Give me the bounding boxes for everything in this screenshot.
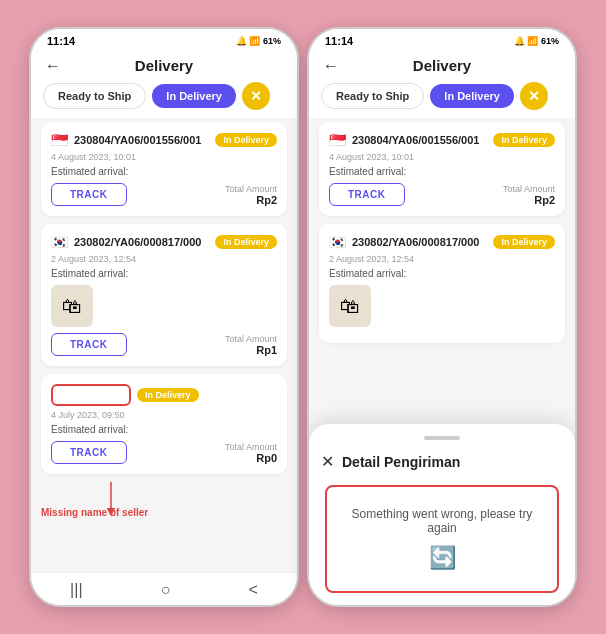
- total-label-1-r: Total Amount: [503, 184, 555, 194]
- flag-icon-1: 🇸🇬: [51, 132, 68, 148]
- order-header-2-r: 🇰🇷 230802/YA06/000817/000 In Delivery: [329, 234, 555, 250]
- error-text: Something went wrong, please try again: [347, 507, 537, 535]
- scroll-area-left[interactable]: 🇸🇬 230804/YA06/001556/001 In Delivery 4 …: [31, 118, 297, 574]
- total-label-1: Total Amount: [225, 184, 277, 194]
- order-footer-1-r: TRACK Total Amount Rp2: [329, 183, 555, 206]
- order-card-2-right: 🇰🇷 230802/YA06/000817/000 In Delivery 2 …: [319, 224, 565, 343]
- order-date-2: 2 August 2023, 12:54: [51, 254, 277, 264]
- detail-title: Detail Pengiriman: [342, 454, 460, 470]
- track-button-1-r[interactable]: TRACK: [329, 183, 405, 206]
- tab-ready-left[interactable]: Ready to Ship: [43, 83, 146, 109]
- estimated-label-1: Estimated arrival:: [51, 166, 277, 177]
- status-badge-2-r: In Delivery: [493, 235, 555, 249]
- nav-bottom-left: ||| ○ <: [31, 572, 297, 605]
- product-thumbnail-2: 🛍: [51, 285, 93, 327]
- track-button-3[interactable]: TRACK: [51, 441, 127, 464]
- page-title-right: Delivery: [413, 57, 471, 74]
- status-badge-1: In Delivery: [215, 133, 277, 147]
- order-date-2-r: 2 August 2023, 12:54: [329, 254, 555, 264]
- estimated-label-3: Estimated arrival:: [51, 424, 277, 435]
- total-value-3: Rp0: [225, 452, 277, 464]
- flag-icon-1-r: 🇸🇬: [329, 132, 346, 148]
- order-id-1: 230804/YA06/001556/001: [74, 134, 209, 146]
- estimated-label-2: Estimated arrival:: [51, 268, 277, 279]
- order-header-1-r: 🇸🇬 230804/YA06/001556/001 In Delivery: [329, 132, 555, 148]
- nav-header-right: ← Delivery: [309, 51, 575, 82]
- signal-icons-right: 🔔 📶 61%: [514, 36, 559, 46]
- page-title-left: Delivery: [135, 57, 193, 74]
- tab-delivery-right[interactable]: In Delivery: [430, 84, 514, 108]
- time-right: 11:14: [325, 35, 353, 47]
- tab-ready-right[interactable]: Ready to Ship: [321, 83, 424, 109]
- order-id-1-r: 230804/YA06/001556/001: [352, 134, 487, 146]
- status-badge-1-r: In Delivery: [493, 133, 555, 147]
- phone-right: 11:14 🔔 📶 61% ← Delivery Ready to Ship I…: [307, 27, 577, 607]
- estimated-label-1-r: Estimated arrival:: [329, 166, 555, 177]
- order-footer-1: TRACK Total Amount Rp2: [51, 183, 277, 206]
- status-badge-2: In Delivery: [215, 235, 277, 249]
- order-header-3: In Delivery: [51, 384, 277, 406]
- order-header-1: 🇸🇬 230804/YA06/001556/001 In Delivery: [51, 132, 277, 148]
- order-date-1-r: 4 August 2023, 10:01: [329, 152, 555, 162]
- tab-close-left[interactable]: ✕: [242, 82, 270, 110]
- time-left: 11:14: [47, 35, 75, 47]
- total-label-3: Total Amount: [225, 442, 277, 452]
- detail-close-button[interactable]: ✕: [321, 452, 334, 471]
- annotation-text: Missing name of seller: [41, 507, 148, 518]
- back-button-right[interactable]: ←: [323, 57, 339, 75]
- order-header-2: 🇰🇷 230802/YA06/000817/000 In Delivery: [51, 234, 277, 250]
- total-value-1-r: Rp2: [503, 194, 555, 206]
- status-icons-right: 🔔 📶 61%: [514, 36, 559, 46]
- missing-seller-box: [51, 384, 131, 406]
- detail-header: ✕ Detail Pengiriman: [321, 452, 563, 471]
- order-id-2: 230802/YA06/000817/000: [74, 236, 209, 248]
- refresh-icon[interactable]: 🔄: [429, 545, 456, 571]
- order-card-1-left: 🇸🇬 230804/YA06/001556/001 In Delivery 4 …: [41, 122, 287, 216]
- error-box: Something went wrong, please try again 🔄: [325, 485, 559, 593]
- total-value-1: Rp2: [225, 194, 277, 206]
- signal-icons-left: 🔔 📶 61%: [236, 36, 281, 46]
- status-bar-left: 11:14 🔔 📶 61%: [31, 29, 297, 51]
- total-amount-1: Total Amount Rp2: [225, 184, 277, 206]
- status-icons-left: 🔔 📶 61%: [236, 36, 281, 46]
- order-date-3: 4 July 2023, 09:50: [51, 410, 277, 420]
- nav-header-left: ← Delivery: [31, 51, 297, 82]
- order-card-2-left: 🇰🇷 230802/YA06/000817/000 In Delivery 2 …: [41, 224, 287, 366]
- back-button-left[interactable]: ←: [45, 57, 61, 75]
- detail-overlay: ✕ Detail Pengiriman Something went wrong…: [309, 424, 575, 605]
- phones-container: 11:14 🔔 📶 61% ← Delivery Ready to Ship I…: [29, 27, 577, 607]
- order-id-2-r: 230802/YA06/000817/000: [352, 236, 487, 248]
- track-button-1[interactable]: TRACK: [51, 183, 127, 206]
- flag-icon-2-r: 🇰🇷: [329, 234, 346, 250]
- total-amount-3: Total Amount Rp0: [225, 442, 277, 464]
- tab-delivery-left[interactable]: In Delivery: [152, 84, 236, 108]
- tab-close-right[interactable]: ✕: [520, 82, 548, 110]
- estimated-label-2-r: Estimated arrival:: [329, 268, 555, 279]
- status-badge-3: In Delivery: [137, 388, 199, 402]
- order-footer-2: TRACK Total Amount Rp1: [51, 333, 277, 356]
- annotation-area: Missing name of seller: [41, 482, 287, 518]
- tabs-row-right: Ready to Ship In Delivery ✕: [309, 82, 575, 118]
- total-amount-2: Total Amount Rp1: [225, 334, 277, 356]
- total-amount-1-r: Total Amount Rp2: [503, 184, 555, 206]
- phone-left: 11:14 🔔 📶 61% ← Delivery Ready to Ship I…: [29, 27, 299, 607]
- tabs-row-left: Ready to Ship In Delivery ✕: [31, 82, 297, 118]
- order-date-1: 4 August 2023, 10:01: [51, 152, 277, 162]
- product-thumbnail-2-r: 🛍: [329, 285, 371, 327]
- track-button-2[interactable]: TRACK: [51, 333, 127, 356]
- nav-back-left[interactable]: <: [249, 581, 258, 599]
- total-label-2: Total Amount: [225, 334, 277, 344]
- order-card-3-left: In Delivery 4 July 2023, 09:50 Estimated…: [41, 374, 287, 474]
- order-footer-3: TRACK Total Amount Rp0: [51, 441, 277, 464]
- drag-handle[interactable]: [424, 436, 460, 440]
- flag-icon-2: 🇰🇷: [51, 234, 68, 250]
- nav-home-left[interactable]: ○: [161, 581, 171, 599]
- status-bar-right: 11:14 🔔 📶 61%: [309, 29, 575, 51]
- nav-menu-left[interactable]: |||: [70, 581, 82, 599]
- order-card-1-right: 🇸🇬 230804/YA06/001556/001 In Delivery 4 …: [319, 122, 565, 216]
- total-value-2: Rp1: [225, 344, 277, 356]
